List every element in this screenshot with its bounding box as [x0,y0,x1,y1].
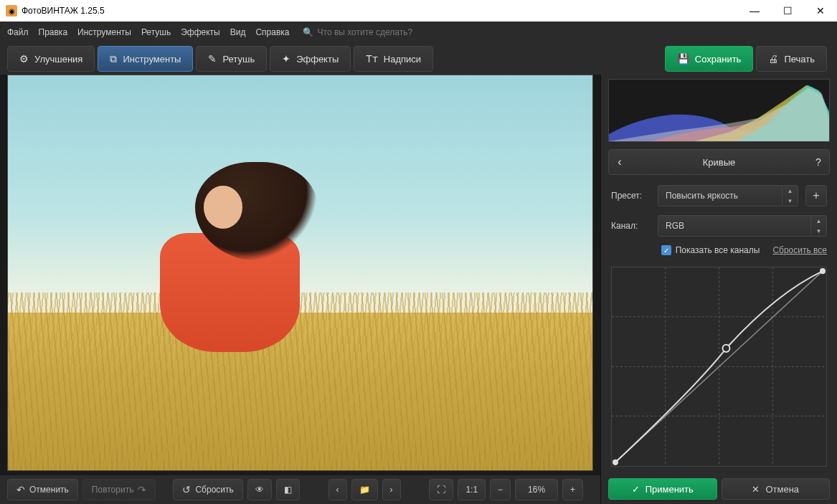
minimize-button[interactable]: — [738,0,771,22]
channel-value: RGB [666,221,684,231]
histogram[interactable] [608,79,830,142]
preset-stepper[interactable]: ▲▼ [782,186,798,206]
fit-icon: ⛶ [437,485,445,495]
wand-icon: ✦ [282,53,290,65]
reset-icon: ↺ [182,484,191,495]
menu-help[interactable]: Справка [255,27,289,37]
save-button[interactable]: 💾Сохранить [665,46,754,72]
save-icon: 💾 [677,53,689,65]
browse-button[interactable]: 📁 [351,479,378,500]
cancel-button[interactable]: ✕Отмена [722,478,831,500]
check-icon: ✓ [661,245,671,255]
channel-stepper[interactable]: ▲▼ [810,216,826,236]
search-icon: 🔍 [303,27,313,37]
chevron-left-icon: ‹ [336,485,339,495]
tab-effects[interactable]: ✦Эффекты [270,46,351,72]
chevron-right-icon: › [390,485,393,495]
apply-bar: ✓Применить ✕Отмена [601,474,837,504]
window-title: ФотоВИНТАЖ 1.25.5 [22,6,105,16]
help-button[interactable]: ? [808,156,829,168]
photo-preview [8,75,592,470]
panel-header: ‹ Кривые ? [608,149,830,175]
app-logo-icon: ◉ [6,5,17,16]
reset-button[interactable]: ↺Сбросить [173,479,242,500]
menu-view[interactable]: Вид [230,27,246,37]
tab-tools[interactable]: ⧉Инструменты [98,46,193,72]
svg-point-8 [722,345,729,352]
preset-label: Пресет: [611,191,651,201]
redo-button[interactable]: Повторить↷ [82,479,156,500]
plus-icon: + [570,485,575,495]
minus-icon: − [498,485,503,495]
tab-retouch[interactable]: ✎Ретушь [196,46,267,72]
ratio-label: 1:1 [465,485,478,495]
brush-icon: ✎ [208,53,217,65]
menu-retouch[interactable]: Ретушь [141,27,171,37]
sidebar: ‹ Кривые ? Пресет: Повысить яркость ▲▼ +… [600,75,837,504]
preset-select[interactable]: Повысить яркость ▲▼ [658,185,798,206]
menubar: Файл Правка Инструменты Ретушь Эффекты В… [0,22,837,43]
compare-icon: ◧ [284,485,292,495]
next-button[interactable]: › [382,479,401,500]
toolbar: ⚙Улучшения ⧉Инструменты ✎Ретушь ✦Эффекты… [0,43,837,75]
apply-button[interactable]: ✓Применить [608,478,717,500]
panel-body: Пресет: Повысить яркость ▲▼ + Канал: RGB… [601,178,837,474]
tab-enhance[interactable]: ⚙Улучшения [7,46,95,72]
svg-point-7 [613,460,618,465]
fit-button[interactable]: ⛶ [429,479,453,500]
back-button[interactable]: ‹ [609,156,630,168]
undo-button[interactable]: ↶Отменить [7,479,78,500]
compare-button[interactable]: ◧ [276,479,300,500]
sliders-icon: ⚙ [19,53,29,65]
bottom-toolbar: ↶Отменить Повторить↷ ↺Сбросить 👁 ◧ ‹ 📁 ›… [0,475,600,504]
check-icon: ✓ [632,484,640,495]
curves-editor[interactable] [611,267,827,467]
menu-edit[interactable]: Правка [39,27,68,37]
undo-icon: ↶ [16,484,25,495]
print-button[interactable]: 🖨Печать [756,46,827,72]
zoom-in-button[interactable]: + [562,479,583,500]
search-box[interactable]: 🔍 Что вы хотите сделать? [303,27,413,37]
menu-file[interactable]: Файл [7,27,29,37]
print-icon: 🖨 [768,53,778,65]
redo-icon: ↷ [138,484,146,495]
folder-icon: 📁 [359,485,370,495]
search-placeholder: Что вы хотите сделать? [318,27,413,37]
reset-all-link[interactable]: Сбросить все [772,245,827,255]
x-icon: ✕ [752,484,760,495]
eye-icon: 👁 [255,485,264,495]
text-icon: Tᴛ [366,53,378,65]
close-button[interactable]: ✕ [804,0,837,22]
actual-size-button[interactable]: 1:1 [458,479,486,500]
tab-text[interactable]: TᴛНадписи [354,46,433,72]
image-canvas[interactable] [7,75,593,471]
prev-button[interactable]: ‹ [328,479,347,500]
menu-effects[interactable]: Эффекты [181,27,220,37]
menu-tools[interactable]: Инструменты [77,27,131,37]
channel-select[interactable]: RGB ▲▼ [658,215,827,237]
panel-title: Кривые [630,157,808,168]
zoom-value[interactable]: 16% [515,479,558,500]
titlebar: ◉ ФотоВИНТАЖ 1.25.5 — ☐ ✕ [0,0,837,22]
channel-label: Канал: [611,221,651,231]
main-area: ↶Отменить Повторить↷ ↺Сбросить 👁 ◧ ‹ 📁 ›… [0,75,600,504]
show-all-label: Показать все каналы [676,245,760,255]
preset-value: Повысить яркость [666,191,738,201]
svg-point-9 [820,268,826,274]
maximize-button[interactable]: ☐ [771,0,804,22]
show-all-channels-checkbox[interactable]: ✓ Показать все каналы [661,245,760,255]
add-preset-button[interactable]: + [805,185,827,206]
preview-button[interactable]: 👁 [247,479,272,500]
zoom-out-button[interactable]: − [490,479,511,500]
crop-icon: ⧉ [110,53,117,65]
